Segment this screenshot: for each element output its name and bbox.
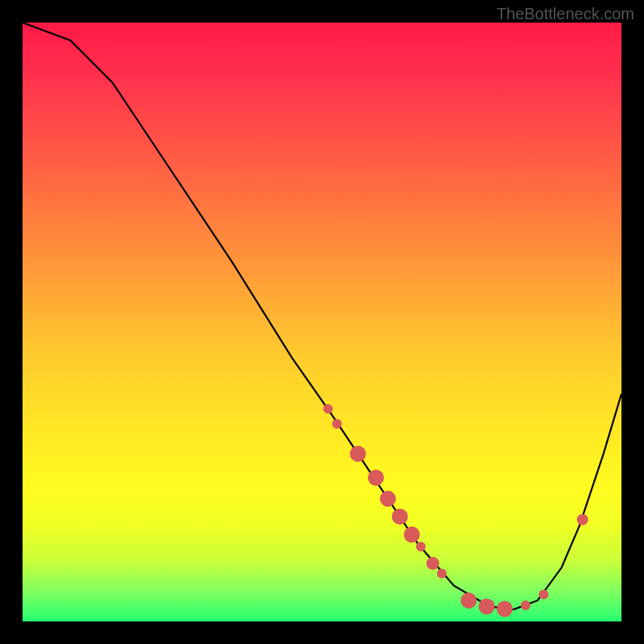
chart-area — [23, 23, 621, 621]
data-point — [368, 469, 384, 485]
data-point — [380, 490, 396, 506]
data-point — [332, 419, 342, 428]
data-point — [323, 404, 332, 414]
data-point — [539, 590, 548, 600]
data-point — [460, 592, 477, 609]
data-point — [392, 509, 408, 525]
data-point — [404, 526, 420, 543]
data-point — [577, 514, 588, 526]
watermark-text: TheBottleneck.com — [497, 5, 634, 23]
data-point — [437, 568, 447, 578]
data-point — [416, 542, 426, 551]
data-point — [427, 557, 440, 570]
bottleneck-curve — [23, 23, 621, 609]
data-point — [497, 601, 513, 617]
chart-svg — [23, 23, 621, 621]
data-point — [521, 601, 530, 610]
data-point — [350, 446, 366, 462]
data-point — [479, 598, 495, 614]
